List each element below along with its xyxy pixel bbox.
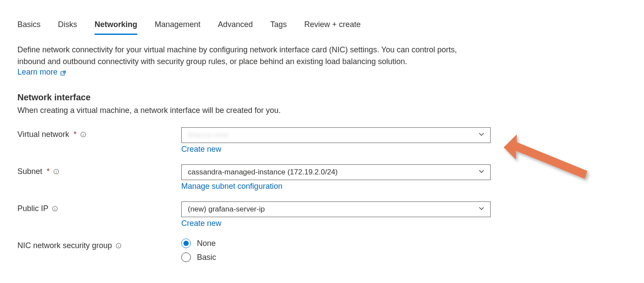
tab-bar: Basics Disks Networking Management Advan… <box>17 17 627 35</box>
manage-subnet-link[interactable]: Manage subnet configuration <box>181 182 282 191</box>
section-subtext: When creating a virtual machine, a netwo… <box>17 106 627 115</box>
row-nsg: NIC network security group None Basic <box>17 239 627 262</box>
svg-point-12 <box>119 244 119 245</box>
nsg-option-basic-label: Basic <box>197 253 216 262</box>
required-marker: * <box>74 130 77 139</box>
label-virtual-network-text: Virtual network <box>17 130 69 139</box>
virtual-network-value: financo-vnet <box>188 131 228 140</box>
label-nsg: NIC network security group <box>17 239 181 250</box>
chevron-down-icon <box>478 168 485 177</box>
public-ip-value: (new) grafana-server-ip <box>188 205 265 214</box>
label-subnet: Subnet * <box>17 164 181 176</box>
label-public-ip-text: Public IP <box>17 204 48 213</box>
radio-icon <box>181 239 191 248</box>
tab-tags[interactable]: Tags <box>270 17 287 35</box>
create-new-public-ip-link[interactable]: Create new <box>181 219 221 228</box>
info-icon[interactable] <box>52 206 58 212</box>
tab-advanced[interactable]: Advanced <box>218 17 253 35</box>
networking-description: Define network connectivity for your vir… <box>17 44 479 68</box>
row-subnet: Subnet * cassandra-managed-instance (172… <box>17 164 627 191</box>
external-link-icon <box>60 69 66 75</box>
tab-basics[interactable]: Basics <box>17 17 41 35</box>
svg-point-9 <box>55 207 55 208</box>
svg-point-3 <box>83 133 83 133</box>
info-icon[interactable] <box>80 132 86 138</box>
svg-rect-0 <box>61 72 64 75</box>
learn-more-label: Learn more <box>17 68 58 77</box>
row-public-ip: Public IP (new) grafana-server-ip Create… <box>17 201 627 228</box>
row-virtual-network: Virtual network * financo-vnet Create ne… <box>17 127 627 154</box>
label-virtual-network: Virtual network * <box>17 127 181 139</box>
create-new-vnet-link[interactable]: Create new <box>181 145 221 154</box>
nsg-option-none-label: None <box>197 239 216 248</box>
nsg-radio-group: None Basic <box>181 239 491 262</box>
radio-icon <box>181 252 191 262</box>
subnet-value: cassandra-managed-instance (172.19.2.0/2… <box>188 168 338 177</box>
virtual-network-select[interactable]: financo-vnet <box>181 127 491 143</box>
tab-management[interactable]: Management <box>155 17 200 35</box>
label-subnet-text: Subnet <box>17 167 42 176</box>
nsg-option-none[interactable]: None <box>181 239 491 248</box>
tab-disks[interactable]: Disks <box>58 17 77 35</box>
nsg-option-basic[interactable]: Basic <box>181 252 491 262</box>
tab-networking[interactable]: Networking <box>95 17 137 35</box>
info-icon[interactable] <box>53 169 59 175</box>
tab-review-create[interactable]: Review + create <box>304 17 361 35</box>
learn-more-link[interactable]: Learn more <box>17 68 66 77</box>
info-icon[interactable] <box>115 243 122 249</box>
section-heading-network-interface: Network interface <box>17 92 627 102</box>
svg-point-6 <box>56 170 57 170</box>
public-ip-select[interactable]: (new) grafana-server-ip <box>181 201 491 217</box>
label-public-ip: Public IP <box>17 201 181 213</box>
subnet-select[interactable]: cassandra-managed-instance (172.19.2.0/2… <box>181 164 491 180</box>
required-marker: * <box>47 167 50 176</box>
label-nsg-text: NIC network security group <box>17 241 112 250</box>
chevron-down-icon <box>478 131 485 140</box>
chevron-down-icon <box>478 205 485 214</box>
